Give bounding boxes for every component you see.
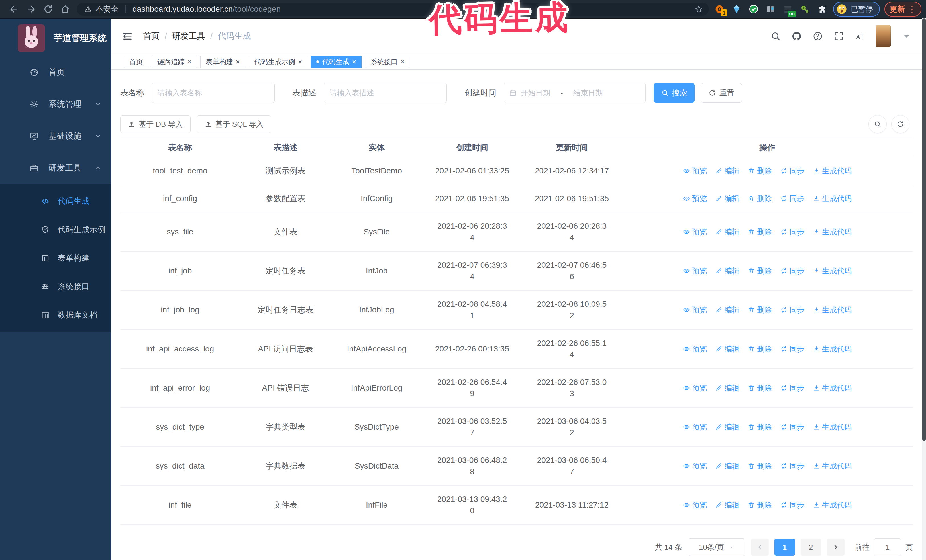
- action-edit[interactable]: 编辑: [716, 226, 739, 237]
- action-preview[interactable]: 预览: [683, 499, 707, 511]
- db-import-button[interactable]: 基于 DB 导入: [120, 115, 191, 133]
- sidebar-subitem-数据库文档[interactable]: 数据库文档: [0, 301, 111, 329]
- action-edit[interactable]: 编辑: [716, 304, 739, 315]
- action-edit[interactable]: 编辑: [716, 165, 739, 177]
- sidebar-item-研发工具[interactable]: 研发工具: [0, 152, 111, 184]
- action-generate[interactable]: 生成代码: [813, 499, 852, 511]
- home-icon[interactable]: [59, 3, 72, 16]
- table-desc-input[interactable]: [324, 83, 447, 103]
- action-delete[interactable]: 删除: [748, 165, 772, 177]
- hamburger-icon[interactable]: [122, 31, 133, 42]
- sidebar-subitem-代码生成示例[interactable]: 代码生成示例: [0, 215, 111, 244]
- refresh-table-button[interactable]: [891, 115, 909, 133]
- goto-page-input[interactable]: [874, 538, 901, 556]
- sidebar-subitem-系统接口[interactable]: 系统接口: [0, 272, 111, 301]
- table-name-input[interactable]: [151, 83, 275, 103]
- action-preview[interactable]: 预览: [683, 460, 707, 472]
- action-generate[interactable]: 生成代码: [813, 382, 852, 394]
- search-button[interactable]: 搜索: [654, 83, 694, 103]
- tab-代码生成[interactable]: 代码生成×: [311, 56, 362, 68]
- action-preview[interactable]: 预览: [683, 265, 707, 276]
- action-delete[interactable]: 删除: [748, 265, 772, 276]
- ubuntu-extension-icon[interactable]: 1: [714, 4, 725, 15]
- action-edit[interactable]: 编辑: [716, 499, 739, 511]
- action-generate[interactable]: 生成代码: [813, 193, 852, 204]
- tab-链路追踪[interactable]: 链路追踪×: [152, 56, 197, 68]
- action-preview[interactable]: 预览: [683, 193, 707, 204]
- date-range-picker[interactable]: 开始日期 - 结束日期: [504, 83, 646, 103]
- action-delete[interactable]: 删除: [748, 499, 772, 511]
- action-preview[interactable]: 预览: [683, 382, 707, 394]
- action-generate[interactable]: 生成代码: [813, 460, 852, 472]
- back-icon[interactable]: [8, 3, 21, 16]
- help-icon[interactable]: [813, 31, 823, 41]
- url-bar[interactable]: 不安全 dashboard.yudao.iocoder.cn/tool/code…: [77, 3, 709, 16]
- key-extension-icon[interactable]: [799, 4, 810, 15]
- action-sync[interactable]: 同步: [781, 343, 804, 355]
- action-sync[interactable]: 同步: [781, 460, 804, 472]
- action-delete[interactable]: 删除: [748, 304, 772, 315]
- browser-menu-dots-icon[interactable]: ⋮: [908, 4, 916, 14]
- action-delete[interactable]: 删除: [748, 460, 772, 472]
- breadcrumb-item[interactable]: 研发工具: [172, 30, 205, 42]
- close-icon[interactable]: ×: [236, 58, 240, 65]
- gem-extension-icon[interactable]: [731, 4, 742, 15]
- action-sync[interactable]: 同步: [781, 421, 804, 433]
- action-sync[interactable]: 同步: [781, 193, 804, 204]
- tab-首页[interactable]: 首页: [124, 56, 148, 68]
- action-sync[interactable]: 同步: [781, 165, 804, 177]
- window-scrollbar[interactable]: [922, 18, 926, 560]
- reset-button[interactable]: 重置: [701, 83, 742, 103]
- action-sync[interactable]: 同步: [781, 499, 804, 511]
- user-avatar[interactable]: [876, 25, 891, 47]
- action-preview[interactable]: 预览: [683, 304, 707, 315]
- browser-update-button[interactable]: 更新 ⋮: [884, 2, 921, 17]
- search-icon[interactable]: [770, 31, 781, 41]
- action-generate[interactable]: 生成代码: [813, 421, 852, 433]
- github-icon[interactable]: [791, 31, 802, 41]
- action-generate[interactable]: 生成代码: [813, 304, 852, 315]
- action-generate[interactable]: 生成代码: [813, 343, 852, 355]
- tab-系统接口[interactable]: 系统接口×: [365, 56, 410, 68]
- sidebar-logo-row[interactable]: 芋道管理系统: [0, 18, 111, 56]
- action-preview[interactable]: 预览: [683, 343, 707, 355]
- forward-icon[interactable]: [24, 3, 38, 16]
- action-sync[interactable]: 同步: [781, 226, 804, 237]
- close-icon[interactable]: ×: [188, 58, 191, 65]
- page-button-1[interactable]: 1: [775, 539, 795, 556]
- action-delete[interactable]: 删除: [748, 421, 772, 433]
- shield-extension-icon[interactable]: [748, 4, 759, 15]
- browser-profile-chip[interactable]: 已暂停: [833, 2, 880, 17]
- puzzle-extension-icon[interactable]: [817, 4, 828, 15]
- sidebar-subitem-表单构建[interactable]: 表单构建: [0, 244, 111, 272]
- close-icon[interactable]: ×: [401, 58, 405, 65]
- action-edit[interactable]: 编辑: [716, 193, 739, 204]
- action-sync[interactable]: 同步: [781, 304, 804, 315]
- action-edit[interactable]: 编辑: [716, 382, 739, 394]
- action-preview[interactable]: 预览: [683, 165, 707, 177]
- close-icon[interactable]: ×: [352, 58, 356, 65]
- bookmark-star-icon[interactable]: [694, 5, 703, 14]
- scrollbar-thumb[interactable]: [922, 18, 926, 441]
- action-generate[interactable]: 生成代码: [813, 165, 852, 177]
- action-edit[interactable]: 编辑: [716, 460, 739, 472]
- action-delete[interactable]: 删除: [748, 226, 772, 237]
- action-delete[interactable]: 删除: [748, 193, 772, 204]
- sidebar-item-基础设施[interactable]: 基础设施: [0, 120, 111, 152]
- tab-表单构建[interactable]: 表单构建×: [200, 56, 245, 68]
- page-button-2[interactable]: 2: [800, 539, 821, 556]
- caret-down-icon[interactable]: [902, 31, 912, 41]
- action-delete[interactable]: 删除: [748, 343, 772, 355]
- sidebar-item-系统管理[interactable]: 系统管理: [0, 88, 111, 120]
- fullscreen-icon[interactable]: [834, 31, 844, 41]
- breadcrumb-item[interactable]: 首页: [143, 30, 160, 42]
- columns-extension-icon[interactable]: [765, 4, 776, 15]
- toggle-search-button[interactable]: [869, 115, 887, 133]
- switch-extension-icon[interactable]: on: [782, 4, 793, 15]
- reload-icon[interactable]: [42, 3, 55, 16]
- font-size-icon[interactable]: [855, 31, 865, 41]
- action-delete[interactable]: 删除: [748, 382, 772, 394]
- action-generate[interactable]: 生成代码: [813, 226, 852, 237]
- tab-代码生成示例[interactable]: 代码生成示例×: [249, 56, 307, 68]
- sql-import-button[interactable]: 基于 SQL 导入: [197, 115, 272, 133]
